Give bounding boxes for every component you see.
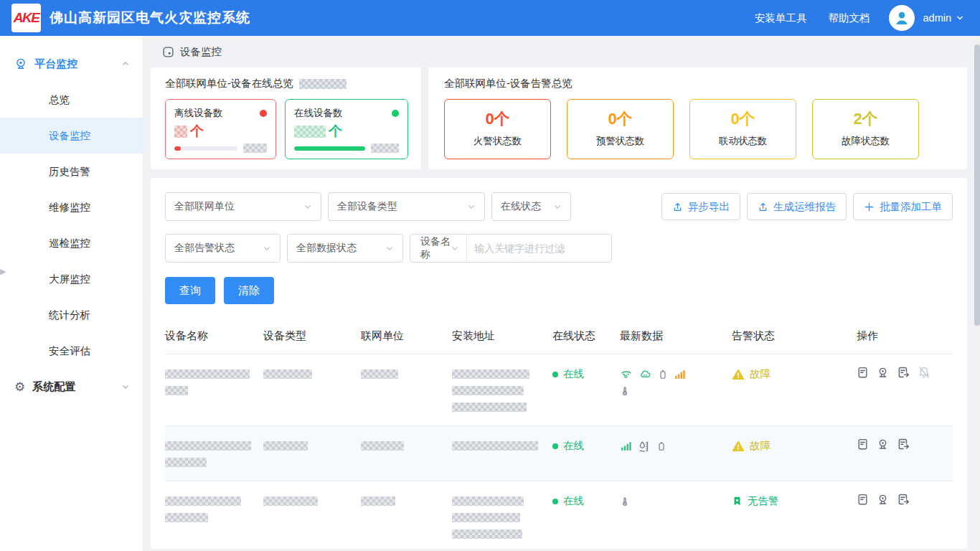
page-scrollbar <box>974 36 980 551</box>
cloud-icon <box>639 368 652 380</box>
user-icon <box>892 9 911 27</box>
chevron-down-icon <box>553 202 562 211</box>
alarm-stat-label: 火警状态数 <box>473 135 522 148</box>
alarm-stat-card-预警状态数: 0个预警状态数 <box>567 99 674 159</box>
scrollbar-thumb[interactable] <box>974 44 980 326</box>
alarm-status-label: 无告警 <box>748 493 779 509</box>
doc-arrow-icon[interactable] <box>897 438 910 451</box>
sidebar-item-安全评估[interactable]: 安全评估 <box>0 333 143 369</box>
cell-device-type <box>263 438 361 454</box>
keyword-filter: 设备名称 <box>410 234 612 263</box>
redacted-text <box>452 529 522 539</box>
export-icon <box>758 202 768 212</box>
sidebar-item-label: 总览 <box>49 93 70 107</box>
redacted-text <box>452 496 524 506</box>
sidebar-item-label: 巡检监控 <box>49 237 90 250</box>
cell-operations <box>857 438 950 451</box>
sidebar-item-label: 设备监控 <box>49 129 90 143</box>
logo-text: AKE <box>14 10 39 26</box>
column-header: 设备类型 <box>263 327 361 344</box>
doc-icon[interactable] <box>857 493 869 506</box>
keyword-input[interactable] <box>466 235 611 262</box>
sidebar-item-设备监控[interactable]: 设备监控 <box>0 118 143 154</box>
sidebar-item-统计分析[interactable]: 统计分析 <box>0 297 143 333</box>
alarm-stat-card-火警状态数: 0个火警状态数 <box>444 99 551 159</box>
sidebar-group-platform-monitor[interactable]: 平台监控 <box>0 46 143 82</box>
app-logo: AKE <box>11 4 41 32</box>
sidebar-item-大屏监控[interactable]: 大屏监控 <box>0 261 143 297</box>
select-value: 全部告警状态 <box>174 242 263 255</box>
sidebar-group-system-config[interactable]: ⚙ 系统配置 <box>0 369 143 405</box>
sidebar: 平台监控 总览设备监控历史告警维修监控巡检监控大屏监控统计分析安全评估 ⚙ 系统… <box>0 36 143 551</box>
chevron-down-icon <box>121 382 130 391</box>
online-status-label: 在线 <box>563 438 584 454</box>
query-button[interactable]: 查询 <box>165 277 215 304</box>
cell-alarm-status: 故障 <box>732 438 857 454</box>
doc-arrow-icon[interactable] <box>897 493 910 506</box>
sidebar-item-总览[interactable]: 总览 <box>0 82 143 118</box>
device-table: 设备名称设备类型联网单位安装地址在线状态最新数据告警状态操作 在线故障在线故障在… <box>165 321 953 549</box>
redacted-text <box>165 441 251 451</box>
camera-icon[interactable] <box>877 438 889 451</box>
alarm-status-label: 故障 <box>750 438 771 454</box>
alarm-status-label: 故障 <box>750 366 771 382</box>
column-header: 在线状态 <box>552 327 620 344</box>
redacted-text <box>452 441 538 451</box>
button-label: 异步导出 <box>688 200 730 214</box>
doc-icon[interactable] <box>857 366 869 379</box>
cell-network-unit <box>361 366 452 382</box>
sidebar-item-label: 安全评估 <box>49 344 90 358</box>
alarm-count: 2个 <box>853 111 877 127</box>
redacted-value <box>174 126 187 138</box>
sidebar-item-label: 维修监控 <box>49 201 90 215</box>
install-tool-link[interactable]: 安装单工具 <box>755 11 807 25</box>
select-network-unit[interactable]: 全部联网单位 <box>165 192 321 221</box>
select-device-type[interactable]: 全部设备类型 <box>328 192 485 221</box>
chevron-down-icon[interactable] <box>956 14 964 22</box>
async-export-button[interactable]: 异步导出 <box>661 193 740 220</box>
generate-report-button[interactable]: 生成运维报告 <box>747 193 847 220</box>
alarm-stat-cards: 0个火警状态数0个预警状态数0个联动状态数2个故障状态数 <box>444 99 951 159</box>
red-dot-icon <box>260 110 267 117</box>
avatar[interactable] <box>889 5 915 31</box>
doc-arrow-icon[interactable] <box>897 366 910 379</box>
sidebar-item-巡检监控[interactable]: 巡检监控 <box>0 225 143 261</box>
column-header: 最新数据 <box>620 327 732 344</box>
select-value: 全部数据状态 <box>296 242 385 255</box>
camera-icon[interactable] <box>877 493 889 506</box>
breadcrumb: 设备监控 <box>151 36 967 67</box>
redacted-percentage <box>243 143 267 153</box>
bell-off-icon[interactable] <box>918 366 930 379</box>
thermometer-icon <box>620 495 630 508</box>
sidebar-item-label: 历史告警 <box>49 165 90 179</box>
cell-alarm-status: 无告警 <box>732 493 857 509</box>
select-data-status[interactable]: 全部数据状态 <box>287 234 403 263</box>
online-stat-label: 在线设备数 <box>294 107 343 120</box>
sidebar-item-历史告警[interactable]: 历史告警 <box>0 154 143 189</box>
select-keyword-field[interactable]: 设备名称 <box>410 235 466 262</box>
select-online-status[interactable]: 在线状态 <box>491 192 571 221</box>
sidebar-collapse-handle[interactable]: ▶ <box>0 267 6 276</box>
username[interactable]: admin <box>923 12 952 24</box>
sidebar-group-label: 平台监控 <box>34 57 121 71</box>
signal-bars-orange-icon <box>674 368 686 380</box>
online-dot-icon <box>552 499 558 504</box>
table-row[interactable]: 在线无告警 <box>165 481 953 549</box>
cell-device-name <box>165 438 263 471</box>
redacted-text <box>299 79 347 89</box>
doc-icon[interactable] <box>857 438 869 451</box>
redacted-text <box>452 369 529 379</box>
column-header: 联网单位 <box>361 327 452 344</box>
batch-add-workorder-button[interactable]: 批量添加工单 <box>853 193 953 220</box>
clear-button[interactable]: 清除 <box>224 277 274 304</box>
cell-latest-data <box>620 493 732 509</box>
cell-device-name <box>165 493 263 526</box>
select-value: 设备名称 <box>420 235 451 261</box>
webcam-icon <box>14 57 27 70</box>
table-row[interactable]: 在线故障 <box>165 425 953 481</box>
help-doc-link[interactable]: 帮助文档 <box>829 11 870 25</box>
select-alarm-status[interactable]: 全部告警状态 <box>165 234 281 263</box>
camera-icon[interactable] <box>877 366 889 379</box>
sidebar-item-维修监控[interactable]: 维修监控 <box>0 189 143 225</box>
table-row[interactable]: 在线故障 <box>165 354 953 425</box>
